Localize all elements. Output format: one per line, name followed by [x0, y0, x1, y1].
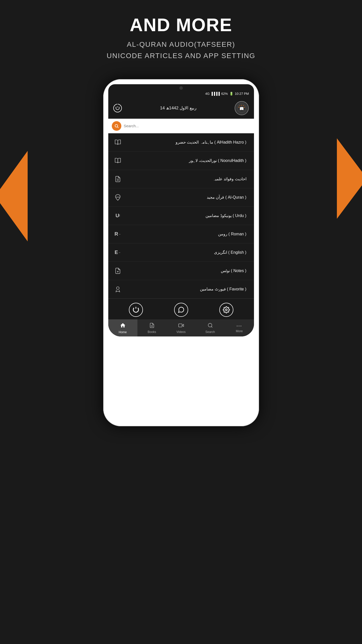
book-icon-2 — [113, 156, 122, 165]
menu-item-english[interactable]: E→ انگریزی ( English ) — [108, 243, 254, 262]
menu-item-favorite[interactable]: فیورٹ مضامین ( Favorite ) — [108, 280, 254, 298]
roman-icon: R→ — [113, 230, 122, 239]
header-title: AND MORE — [107, 15, 255, 35]
nav-item-more[interactable]: ··· More — [225, 319, 254, 336]
english-icon: E→ — [113, 248, 122, 257]
bottom-actions — [108, 298, 254, 319]
svg-line-8 — [117, 127, 118, 128]
power-action-button[interactable] — [129, 303, 143, 317]
phone-frame: 4G ▐▐▐▐ 62% 🔋 10:27 PM 14 ربیع الاول 144… — [103, 79, 259, 426]
search-nav-icon — [208, 323, 213, 329]
app-header: 14 ربیع الاول 1442ھ — [108, 98, 254, 119]
battery-icon: 🔋 — [229, 92, 233, 96]
svg-point-20 — [208, 323, 212, 327]
phone-container: 4G ▐▐▐▐ 62% 🔋 10:27 PM 14 ربیع الاول 144… — [103, 79, 259, 426]
videos-icon — [178, 323, 184, 329]
whatsapp-action-button[interactable] — [174, 303, 188, 317]
svg-line-21 — [211, 326, 212, 327]
urdu-icon: Uا — [113, 211, 122, 220]
orange-decoration-left — [0, 151, 28, 241]
phone-notch — [108, 84, 254, 91]
bottom-nav: Home Books — [108, 319, 254, 336]
videos-label: Videos — [176, 330, 185, 334]
menu-text-alquran: قرآن مجید ( Al-Quran ) — [122, 195, 246, 200]
menu-text-roman: رومن ( Roman ) — [122, 232, 246, 236]
time-display: 10:27 PM — [235, 92, 249, 96]
svg-line-3 — [244, 107, 245, 107]
more-icon: ··· — [236, 323, 242, 328]
menu-text-favorite: فیورٹ مضامین ( Favorite ) — [122, 287, 246, 291]
home-icon — [120, 322, 126, 329]
app-date: 14 ربیع الاول 1442ھ — [160, 105, 196, 111]
menu-text-ahadith: احادیث وفوائد علمیہ — [122, 177, 246, 181]
search-icon[interactable] — [112, 121, 121, 131]
menu-item-unicode-urdu[interactable]: Uا یونیکوڈ مضامین ( Urdu ) — [108, 207, 254, 225]
subtitle-line1: AL-QURAN AUDIO(TAFSEER) — [107, 39, 255, 50]
svg-point-7 — [115, 124, 118, 127]
camera-notch — [179, 86, 183, 90]
menu-item-roman[interactable]: R→ رومن ( Roman ) — [108, 225, 254, 243]
header-subtitle: AL-QURAN AUDIO(TAFSEER) UNICODE ARTICLES… — [107, 39, 255, 62]
menu-item-ahadith[interactable]: احادیث وفوائد علمیہ — [108, 170, 254, 188]
home-label: Home — [119, 330, 127, 334]
signal-indicator: 4G ▐▐▐▐ — [205, 92, 220, 96]
nav-item-home[interactable]: Home — [108, 319, 137, 336]
svg-marker-18 — [182, 324, 183, 326]
menu-text-notes: نوٹس ( Notes ) — [122, 268, 246, 273]
header-section: AND MORE AL-QURAN AUDIO(TAFSEER) UNICODE… — [97, 0, 266, 72]
book-icon-1 — [113, 138, 122, 147]
menu-text-unicode-urdu: یونیکوڈ مضامین ( Urdu ) — [122, 213, 246, 218]
battery-indicator: 62% — [221, 92, 228, 96]
more-label: More — [236, 329, 243, 333]
svg-rect-19 — [178, 324, 182, 327]
menu-text-alhadith-hazro: ماہنامہ الحدیث حضرو ( AlHadith Hazro ) — [122, 140, 246, 145]
menu-text-english: انگریزی ( English ) — [122, 250, 246, 255]
subtitle-line2: UNICODE ARTICLES AND APP SETTING — [107, 50, 255, 62]
menu-item-alhadith-hazro[interactable]: ماہنامہ الحدیث حضرو ( AlHadith Hazro ) — [108, 133, 254, 152]
orange-decoration-right — [337, 138, 362, 219]
books-icon — [149, 323, 155, 329]
document-icon — [113, 175, 122, 184]
nav-item-videos[interactable]: Videos — [167, 319, 196, 336]
settings-action-button[interactable] — [219, 303, 233, 317]
search-input[interactable] — [124, 124, 250, 128]
notes-icon — [113, 266, 122, 275]
menu-item-nooruhadith[interactable]: نورالحدیث، لاہور ( NoorulHadith ) — [108, 152, 254, 170]
menu-item-notes[interactable]: نوٹس ( Notes ) — [108, 262, 254, 280]
svg-point-14 — [116, 287, 119, 289]
nav-item-search[interactable]: Search — [196, 319, 225, 336]
menu-item-alquran[interactable]: قرآن مجید ( Al-Quran ) — [108, 188, 254, 207]
favorite-icon — [113, 285, 122, 294]
search-label: Search — [205, 330, 215, 334]
power-button-header[interactable] — [113, 104, 122, 112]
menu-list: ماہنامہ الحدیث حضرو ( AlHadith Hazro ) ن… — [108, 133, 254, 298]
phone-screen: 14 ربیع الاول 1442ھ — [108, 98, 254, 336]
quran-icon — [113, 193, 122, 202]
svg-point-15 — [225, 309, 227, 311]
app-logo — [235, 101, 249, 115]
books-label: Books — [148, 330, 156, 334]
search-bar-container — [108, 119, 254, 133]
menu-text-nooruhadith: نورالحدیث، لاہور ( NoorulHadith ) — [122, 158, 246, 163]
status-bar: 4G ▐▐▐▐ 62% 🔋 10:27 PM — [108, 91, 254, 98]
nav-item-books[interactable]: Books — [137, 319, 167, 336]
svg-line-5 — [238, 107, 239, 107]
